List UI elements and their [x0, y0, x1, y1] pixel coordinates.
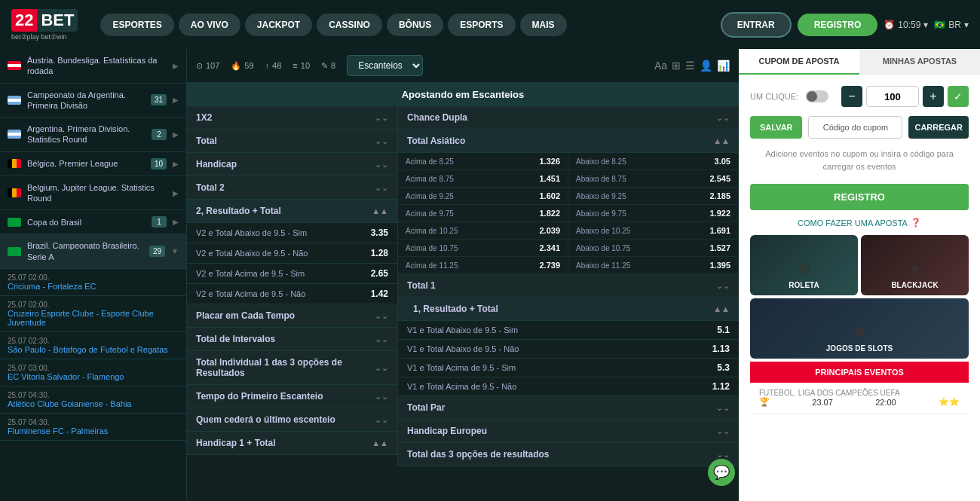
match-teams: Atlético Clube Goianiense - Bahia	[8, 399, 179, 408]
language-selector[interactable]: 🇧🇷 BR ▾	[934, 20, 969, 30]
odds-cell[interactable]: Abaixo de 9.25 2.185	[568, 188, 739, 205]
odds-value: 2.739	[539, 261, 560, 270]
decrease-button[interactable]: −	[841, 86, 862, 107]
section-total-individual[interactable]: Total Individual 1 das 3 opções de Resul…	[187, 351, 397, 385]
bet-row[interactable]: V1 e Total Acima de 9.5 - Não 1.12	[398, 377, 739, 396]
evento-item[interactable]: FUTEBOL. LIGA DOS CAMPEÕES UEFA 🏆 23.07 …	[750, 383, 969, 414]
section-total-intervalos[interactable]: Total de Intervalos ⌄⌄	[187, 328, 397, 351]
bet-row[interactable]: V1 e Total Acima de 9.5 - Sim 5.3	[398, 359, 739, 377]
font-size-icon[interactable]: Aa	[654, 60, 667, 72]
carregar-button[interactable]: CARREGAR	[908, 116, 969, 139]
sidebar-item-argentina-primera[interactable]: Argentina. Primera Division. Statistics …	[0, 118, 186, 152]
stat-grid: ≡ 10	[292, 61, 310, 70]
bet-row[interactable]: V2 e Total Acima de 9.5 - Não 1.42	[187, 284, 397, 304]
match-item[interactable]: 25.07 03:00. EC Vitoria Salvador - Flame…	[0, 359, 186, 386]
section-label: Chance Dupla	[407, 112, 467, 123]
market-dropdown[interactable]: Escanteios	[347, 55, 423, 76]
nav-jackpot[interactable]: JACKPOT	[245, 14, 312, 36]
sidebar-item-belgica[interactable]: Bélgica. Premier League 10 ▶	[0, 152, 186, 176]
bet-row[interactable]: V2 e Total Acima de 9.5 - Sim 2.65	[187, 264, 397, 284]
match-item[interactable]: 25.07 02:00. Criciuma - Fortaleza EC	[0, 269, 186, 296]
amount-input[interactable]	[866, 86, 919, 107]
sidebar-item-austria[interactable]: Áustria. Bundesliga. Estatísticas da rod…	[0, 49, 186, 84]
section-total-asiatico[interactable]: Total Asiático ▲▲	[398, 130, 739, 153]
match-item[interactable]: 25.07 04:30. Fluminense FC - Palmeiras	[0, 414, 186, 441]
entrar-button[interactable]: ENTRAR	[721, 12, 792, 38]
section-1x2[interactable]: 1X2 ⌄⌄	[187, 106, 397, 130]
promo-slots[interactable]: ◆ JOGOS DE SLOTS	[750, 298, 969, 359]
chevron-right-icon: ▶	[173, 130, 179, 139]
sidebar-item-argentina-camp[interactable]: Campeonato da Argentina. Primeira Divisã…	[0, 84, 186, 118]
section-label: 2, Resultado + Total	[196, 206, 281, 216]
odds-cell[interactable]: Abaixo de 11.25 1.395	[568, 257, 739, 274]
odds-label: Abaixo de 9.75	[576, 209, 626, 218]
section-total-3opcoes[interactable]: Total das 3 opções de resultados ⌄⌄	[398, 443, 739, 466]
nav-mais[interactable]: MAIS	[520, 14, 567, 36]
bet-row[interactable]: V1 e Total Abaixo de 9.5 - Sim 5.1	[398, 321, 739, 340]
odds-cell[interactable]: Abaixo de 8.25 3.05	[568, 153, 739, 170]
match-item[interactable]: 25.07 02:00. Cruzeiro Esporte Clube - Es…	[0, 296, 186, 332]
fire-icon: 🔥	[231, 61, 241, 71]
odds-cell[interactable]: Acima de 9.25 1.602	[398, 188, 568, 205]
odds-cell[interactable]: Abaixo de 10.25 1.691	[568, 222, 739, 240]
odds-cell[interactable]: Acima de 10.75 2.341	[398, 240, 568, 257]
section-total[interactable]: Total ⌄⌄	[187, 130, 397, 153]
registro-slip-button[interactable]: REGISTRO	[750, 184, 969, 210]
chart-icon[interactable]: 📊	[717, 60, 730, 72]
codigo-field[interactable]: Código do cupom	[808, 116, 902, 139]
grid-view-icon[interactable]: ⊞	[672, 60, 681, 72]
section-resultado-total1[interactable]: 1, Resultado + Total ▲▲	[398, 298, 739, 321]
stat-fire: 🔥 59	[231, 61, 253, 71]
section-resultado-total[interactable]: 2, Resultado + Total ▲▲	[187, 200, 397, 223]
chat-bubble[interactable]: 💬	[708, 459, 735, 486]
section-label: Total 2	[196, 182, 225, 193]
tab-cupom[interactable]: CUPOM DE APOSTA	[739, 49, 859, 75]
odds-cell[interactable]: Acima de 8.75 1.451	[398, 170, 568, 188]
bet-row[interactable]: V2 e Total Abaixo de 9.5 - Sim 3.35	[187, 223, 397, 243]
odds-cell[interactable]: Abaixo de 8.75 2.545	[568, 170, 739, 188]
section-placar-tempo[interactable]: Placar em Cada Tempo ⌄⌄	[187, 304, 397, 328]
bet-row[interactable]: V1 e Total Abaixo de 9.5 - Não 1.13	[398, 340, 739, 359]
nav-bonus[interactable]: BÔNUS	[387, 14, 443, 36]
section-total1[interactable]: Total 1 ⌄⌄	[398, 274, 739, 298]
section-chance-dupla[interactable]: Chance Dupla ⌄⌄	[398, 106, 739, 130]
odds-cell[interactable]: Acima de 9.75 1.822	[398, 205, 568, 222]
nav-esportes[interactable]: ESPORTES	[100, 14, 173, 36]
nav-esports[interactable]: ESPORTS	[448, 14, 515, 36]
grid-icon: ≡	[292, 61, 297, 70]
match-teams: Fluminense FC - Palmeiras	[8, 426, 179, 435]
registro-button[interactable]: REGISTRO	[798, 14, 878, 36]
match-item[interactable]: 25.07 02:30. São Paulo - Botafogo de Fut…	[0, 332, 186, 359]
promo-blackjack[interactable]: ♠ BLACKJACK	[861, 235, 969, 295]
odds-cell[interactable]: Acima de 11.25 2.739	[398, 257, 568, 274]
odds-cell[interactable]: Acima de 8.25 1.326	[398, 153, 568, 170]
bet-label: V1 e Total Acima de 9.5 - Não	[407, 382, 516, 391]
section-quem-cedeu[interactable]: Quem cederá o último escenteio ⌄⌄	[187, 408, 397, 432]
sidebar-item-belgium-jupiter[interactable]: Belgium. Jupiter League. Statistics Roun…	[0, 176, 186, 211]
section-total2[interactable]: Total 2 ⌄⌄	[187, 176, 397, 200]
match-item[interactable]: 25.07 04:30. Atlético Clube Goianiense -…	[0, 386, 186, 414]
salvar-button[interactable]: SALVAR	[750, 116, 802, 139]
odds-cell[interactable]: Abaixo de 9.75 1.922	[568, 205, 739, 222]
list-view-icon[interactable]: ☰	[685, 60, 695, 72]
confirm-button[interactable]: ✓	[948, 86, 969, 107]
nav-ao-vivo[interactable]: AO VIVO	[179, 14, 240, 36]
bet-row[interactable]: V2 e Total Abaixo de 9.5 - Não 1.28	[187, 243, 397, 264]
section-tempo-primeiro[interactable]: Tempo do Primeiro Escanteio ⌄⌄	[187, 385, 397, 408]
section-total-par[interactable]: Total Par ⌄⌄	[398, 396, 739, 420]
sidebar-item-copa-brasil[interactable]: Copa do Brasil 1 ▶	[0, 210, 186, 234]
promo-roleta[interactable]: ⊕ ROLETA	[750, 235, 858, 295]
tab-minhas-apostas[interactable]: MINHAS APOSTAS	[859, 49, 980, 75]
sidebar-item-brasileirao[interactable]: Brazil. Campeonato Brasileiro. Serie A 2…	[0, 234, 186, 269]
section-handicap[interactable]: Handicap ⌄⌄	[187, 153, 397, 176]
nav-cassino[interactable]: CASSINO	[317, 14, 382, 36]
person-icon[interactable]: 👤	[700, 60, 712, 72]
odds-cell[interactable]: Acima de 10.25 2.039	[398, 222, 568, 240]
increase-button[interactable]: +	[923, 86, 944, 107]
header: 22 BET bet②play bet②win ESPORTES AO VIVO…	[0, 0, 980, 49]
section-handicap1-total[interactable]: Handicap 1 + Total ▲▲	[187, 432, 397, 455]
section-handicap-europeu[interactable]: Handicap Europeu ⌄⌄	[398, 420, 739, 443]
como-fazer-link[interactable]: COMO FAZER UMA APOSTA ❓	[750, 218, 969, 228]
odds-cell[interactable]: Abaixo de 10.75 1.527	[568, 240, 739, 257]
one-click-toggle[interactable]	[806, 90, 828, 102]
